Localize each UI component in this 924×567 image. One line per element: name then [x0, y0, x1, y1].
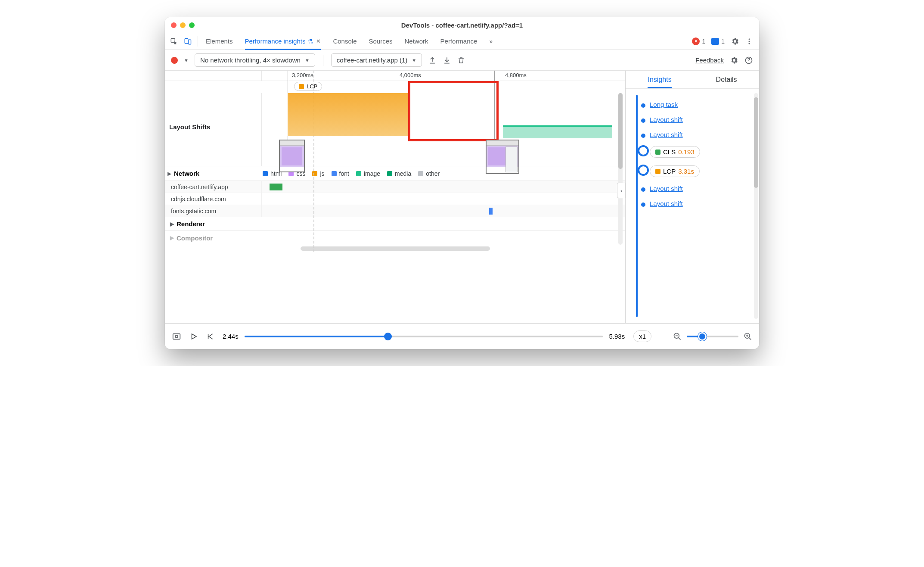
- lcp-color-swatch: [655, 169, 660, 174]
- disclosure-triangle-icon[interactable]: ▶: [167, 235, 177, 241]
- inspect-element-icon[interactable]: [170, 37, 178, 45]
- timeline-dot-icon: [640, 118, 646, 124]
- playback-speed-button[interactable]: x1: [633, 330, 651, 342]
- request-bar[interactable]: [270, 184, 282, 190]
- zoom-in-icon[interactable]: [744, 332, 752, 341]
- vertical-scrollbar[interactable]: [618, 93, 623, 245]
- titlebar: DevTools - coffee-cart.netlify.app/?ad=1: [165, 17, 759, 33]
- settings-icon[interactable]: [731, 37, 739, 46]
- network-host-row[interactable]: coffee-cart.netlify.app: [165, 181, 625, 193]
- zoom-knob[interactable]: [698, 332, 707, 341]
- devtools-window: DevTools - coffee-cart.netlify.app/?ad=1…: [165, 17, 759, 349]
- record-dropdown-icon[interactable]: ▼: [184, 58, 189, 63]
- message-icon: [711, 38, 719, 45]
- export-icon[interactable]: [428, 56, 437, 65]
- feedback-link[interactable]: Feedback: [695, 56, 724, 64]
- insight-item-layout-shift[interactable]: Layout shift: [633, 200, 752, 207]
- main-content: 3,200ms 4,000ms 4,800ms LCP Layout Shift…: [165, 71, 759, 323]
- horizontal-scrollbar[interactable]: [165, 245, 625, 252]
- page-select[interactable]: coffee-cart.netlify.app (1) ▼: [331, 53, 422, 67]
- layout-shifts-track[interactable]: [262, 93, 625, 166]
- right-tabs: Insights Details: [626, 71, 759, 89]
- play-button[interactable]: [190, 333, 198, 340]
- request-bar[interactable]: [489, 208, 493, 215]
- layout-shifts-row: Layout Shifts: [165, 93, 625, 166]
- timeline-ring-icon: [638, 145, 649, 156]
- close-window-button[interactable]: [171, 22, 177, 28]
- renderer-section-header[interactable]: ▶ Renderer: [165, 217, 625, 231]
- insight-item-layout-shift[interactable]: Layout shift: [633, 116, 752, 123]
- screenshot-thumbnail[interactable]: [486, 140, 519, 174]
- svg-rect-1: [185, 38, 188, 44]
- record-button[interactable]: [171, 57, 178, 64]
- error-count-badge[interactable]: ✕ 1: [692, 37, 705, 45]
- more-options-icon[interactable]: [745, 37, 753, 45]
- more-tabs-icon[interactable]: »: [489, 38, 493, 45]
- seek-start-button[interactable]: [206, 333, 214, 340]
- panel-collapse-handle[interactable]: ›: [617, 183, 626, 198]
- insights-list[interactable]: Long task Layout shift Layout shift CLS …: [626, 89, 759, 323]
- close-tab-icon[interactable]: ✕: [316, 38, 321, 44]
- ruler-tick: 4,000ms: [400, 72, 421, 78]
- svg-point-5: [749, 43, 750, 44]
- lcp-marker-chip[interactable]: LCP: [294, 82, 322, 91]
- svg-point-8: [175, 335, 178, 338]
- tab-performance-insights[interactable]: Performance insights ⚗ ✕: [245, 33, 321, 50]
- insight-item-cls[interactable]: CLS 0.193: [633, 146, 752, 158]
- message-count-badge[interactable]: 1: [711, 38, 725, 45]
- tab-performance[interactable]: Performance: [440, 33, 478, 50]
- screenshot-thumbnail[interactable]: [279, 140, 305, 172]
- traffic-lights: [171, 22, 195, 28]
- maximize-window-button[interactable]: [189, 22, 195, 28]
- throttling-select[interactable]: No network throttling, 4× slowdown ▼: [195, 53, 315, 67]
- device-toolbar-icon[interactable]: [184, 37, 192, 45]
- timeline-player: 2.44s 5.93s x1: [165, 323, 759, 349]
- network-host-row[interactable]: cdnjs.cloudflare.com: [165, 193, 625, 205]
- compositor-section-header[interactable]: ▶ Compositor: [165, 231, 625, 245]
- insight-item-layout-shift[interactable]: Layout shift: [633, 131, 752, 138]
- flame-block-lcp[interactable]: [288, 93, 408, 136]
- insight-item-layout-shift[interactable]: Layout shift: [633, 185, 752, 192]
- preview-toggle-icon[interactable]: [172, 332, 181, 341]
- import-icon[interactable]: [443, 56, 451, 65]
- zoom-out-icon[interactable]: [673, 332, 682, 341]
- time-ruler[interactable]: 3,200ms 4,000ms 4,800ms: [165, 71, 625, 81]
- tab-sources[interactable]: Sources: [369, 33, 392, 50]
- network-section-header[interactable]: ▶ Network html css js font image media o…: [165, 166, 625, 181]
- svg-rect-2: [189, 40, 191, 44]
- tab-details[interactable]: Details: [716, 71, 737, 88]
- disclosure-triangle-icon[interactable]: ▶: [165, 171, 174, 177]
- svg-rect-7: [173, 333, 180, 339]
- time-start-label: 2.44s: [223, 333, 239, 340]
- timeline-dot-icon: [640, 103, 646, 109]
- slider-knob[interactable]: [384, 333, 392, 340]
- experiment-icon: ⚗: [308, 38, 313, 45]
- timeline-dot-icon: [640, 187, 646, 193]
- top-tab-bar: Elements Performance insights ⚗ ✕ Consol…: [165, 33, 759, 50]
- chevron-down-icon: ▼: [305, 58, 310, 63]
- disclosure-triangle-icon[interactable]: ▶: [167, 221, 177, 227]
- minimize-window-button[interactable]: [180, 22, 186, 28]
- marker-row: LCP: [165, 81, 625, 93]
- tab-elements[interactable]: Elements: [206, 33, 233, 50]
- ruler-tick: 3,200ms: [292, 72, 313, 78]
- insight-item-long-task[interactable]: Long task: [633, 101, 752, 108]
- time-slider[interactable]: [245, 336, 603, 337]
- tab-insights[interactable]: Insights: [648, 71, 671, 88]
- lcp-color-swatch: [299, 84, 304, 89]
- ruler-tick: 4,800ms: [505, 72, 527, 78]
- flame-block-cls[interactable]: [503, 125, 612, 138]
- help-icon[interactable]: [744, 56, 753, 65]
- tab-network[interactable]: Network: [405, 33, 428, 50]
- svg-point-3: [749, 38, 750, 40]
- tab-console[interactable]: Console: [333, 33, 357, 50]
- zoom-slider[interactable]: [687, 336, 738, 337]
- delete-icon[interactable]: [457, 56, 465, 65]
- chevron-down-icon: ▼: [412, 58, 416, 63]
- insights-toolbar: ▼ No network throttling, 4× slowdown ▼ c…: [165, 50, 759, 71]
- insight-item-lcp[interactable]: LCP 3.31s: [633, 165, 752, 177]
- row-label-layout-shifts: Layout Shifts: [165, 93, 262, 166]
- panel-settings-icon[interactable]: [730, 56, 738, 65]
- insights-scrollbar[interactable]: [754, 93, 758, 319]
- network-host-row[interactable]: fonts.gstatic.com: [165, 205, 625, 217]
